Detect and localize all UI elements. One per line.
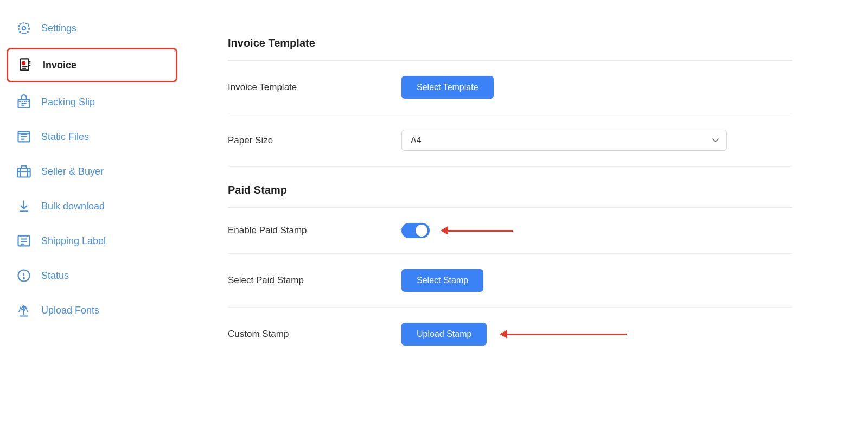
- sidebar-item-invoice-label: Invoice: [43, 60, 76, 71]
- sidebar: Settings Invoice: [0, 0, 184, 447]
- sidebar-item-static-files-label: Static Files: [41, 131, 89, 143]
- sidebar-item-upload-fonts-label: Upload Fonts: [41, 305, 99, 316]
- custom-stamp-row: Custom Stamp Upload Stamp: [228, 308, 792, 361]
- upload-fonts-icon: [15, 302, 33, 319]
- static-files-icon: [15, 128, 33, 145]
- sidebar-item-settings-label: Settings: [41, 23, 76, 34]
- sidebar-item-status[interactable]: Status: [0, 258, 184, 293]
- main-content: Invoice Template Invoice Template Select…: [184, 0, 868, 447]
- status-icon: [15, 267, 33, 284]
- sidebar-item-bulk-download-label: Bulk download: [41, 201, 105, 212]
- upload-stamp-arrow-annotation: [500, 330, 627, 339]
- sidebar-item-static-files[interactable]: Static Files: [0, 119, 184, 154]
- sidebar-item-settings[interactable]: Settings: [0, 11, 184, 46]
- enable-paid-stamp-row: Enable Paid Stamp: [228, 208, 792, 254]
- arrow-head-left: [441, 226, 448, 235]
- paper-size-control: A4 Letter Legal: [401, 130, 792, 151]
- invoice-template-control: Select Template: [401, 76, 792, 99]
- invoice-template-row: Invoice Template Select Template: [228, 61, 792, 114]
- invoice-template-section-title: Invoice Template: [228, 22, 792, 60]
- paid-stamp-section-title: Paid Stamp: [228, 167, 792, 207]
- select-stamp-button[interactable]: Select Stamp: [401, 269, 483, 292]
- seller-buyer-icon: [15, 163, 33, 180]
- sidebar-item-status-label: Status: [41, 270, 69, 282]
- upload-stamp-button[interactable]: Upload Stamp: [401, 323, 487, 346]
- custom-stamp-control: Upload Stamp: [401, 323, 792, 346]
- shipping-label-icon: [15, 232, 33, 250]
- invoice-template-label: Invoice Template: [228, 82, 380, 93]
- svg-point-0: [22, 27, 26, 30]
- sidebar-item-seller-buyer-label: Seller & Buyer: [41, 166, 104, 177]
- sidebar-item-seller-buyer[interactable]: Seller & Buyer: [0, 154, 184, 189]
- enable-paid-stamp-control: [401, 223, 792, 238]
- select-paid-stamp-label: Select Paid Stamp: [228, 275, 380, 286]
- paper-size-select[interactable]: A4 Letter Legal: [401, 130, 727, 151]
- invoice-icon: [17, 56, 34, 74]
- toggle-arrow-annotation: [441, 226, 513, 235]
- sidebar-item-bulk-download[interactable]: Bulk download: [0, 189, 184, 224]
- upload-stamp-arrow-line: [507, 334, 627, 335]
- sidebar-item-packing-slip-label: Packing Slip: [41, 97, 95, 108]
- sidebar-item-invoice[interactable]: Invoice: [7, 48, 177, 82]
- sidebar-item-packing-slip[interactable]: Packing Slip: [0, 85, 184, 119]
- custom-stamp-label: Custom Stamp: [228, 329, 380, 340]
- sidebar-item-upload-fonts[interactable]: Upload Fonts: [0, 293, 184, 328]
- enable-paid-stamp-toggle[interactable]: [401, 223, 430, 238]
- packing-slip-icon: [15, 93, 33, 111]
- toggle-slider: [401, 223, 430, 238]
- settings-icon: [15, 20, 33, 37]
- toggle-wrapper: [401, 223, 513, 238]
- paper-size-label: Paper Size: [228, 135, 380, 146]
- select-paid-stamp-control: Select Stamp: [401, 269, 792, 292]
- paper-size-row: Paper Size A4 Letter Legal: [228, 114, 792, 167]
- svg-rect-20: [17, 168, 30, 177]
- upload-stamp-arrow-head: [500, 330, 507, 339]
- enable-paid-stamp-label: Enable Paid Stamp: [228, 225, 380, 236]
- select-template-button[interactable]: Select Template: [401, 76, 494, 99]
- select-paid-stamp-row: Select Paid Stamp Select Stamp: [228, 254, 792, 308]
- arrow-line: [448, 230, 513, 232]
- bulk-download-icon: [15, 197, 33, 215]
- svg-point-35: [23, 278, 24, 279]
- sidebar-item-shipping-label[interactable]: Shipping Label: [0, 224, 184, 258]
- sidebar-item-shipping-label-label: Shipping Label: [41, 235, 106, 247]
- svg-point-1: [18, 23, 29, 34]
